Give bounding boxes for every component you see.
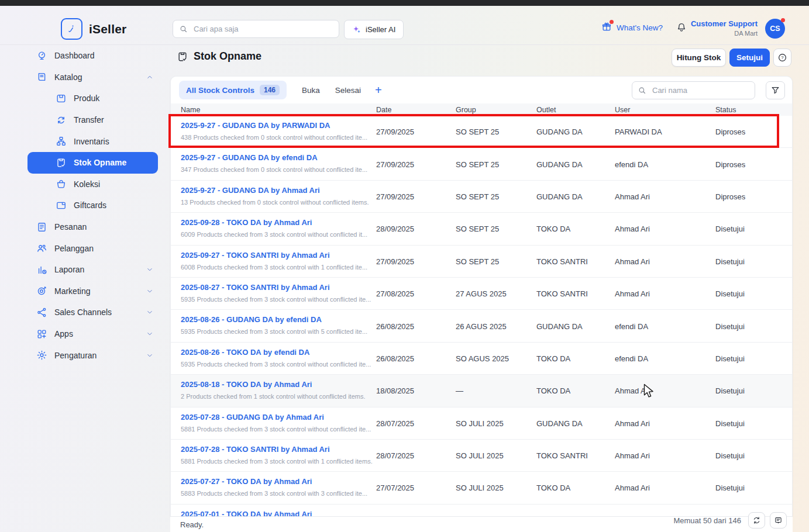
column-header-status[interactable]: Status bbox=[715, 103, 736, 116]
row-subtitle: 5935 Products checked from 3 stock contr… bbox=[181, 296, 371, 303]
list-search[interactable] bbox=[632, 81, 755, 99]
table-row[interactable]: 2025-08-27 - TOKO SANTRI by Ahmad Ari 59… bbox=[171, 278, 792, 310]
sidebar-item-label: Pengaturan bbox=[54, 351, 97, 360]
sidebar-item-pengaturan[interactable]: Pengaturan bbox=[0, 344, 170, 366]
iseller-ai-button[interactable]: iSeller AI bbox=[344, 20, 404, 39]
row-date: 27/09/2025 bbox=[376, 160, 414, 168]
row-date: 28/07/2025 bbox=[376, 419, 414, 427]
account-info[interactable]: Customer Support DA Mart bbox=[691, 19, 758, 37]
tab-buka[interactable]: Buka bbox=[302, 86, 320, 95]
row-name-link[interactable]: 2025-09-27 - TOKO SANTRI by Ahmad Ari bbox=[181, 251, 367, 260]
list-toolbar: All Stock Controls 146 Buka Selesai + bbox=[171, 77, 792, 103]
row-date: 26/08/2025 bbox=[376, 354, 414, 362]
stock-opname-title-icon bbox=[177, 51, 188, 63]
refresh-button[interactable] bbox=[748, 512, 765, 528]
row-user: Ahmad Ari bbox=[615, 224, 650, 233]
row-user: Ahmad Ari bbox=[615, 289, 650, 298]
sidebar-item-stok-opname[interactable]: Stok Opname bbox=[27, 152, 158, 174]
table-row[interactable]: 2025-08-26 - TOKO DA by efendi DA 5935 P… bbox=[171, 343, 792, 375]
refresh-icon bbox=[752, 516, 761, 525]
page-title: Stok Opname bbox=[177, 50, 261, 63]
table-row[interactable]: 2025-08-18 - TOKO DA by Ahmad Ari 2 Prod… bbox=[171, 375, 792, 407]
sidebar-item-laporan[interactable]: Laporan bbox=[0, 259, 170, 281]
sidebar-item-transfer[interactable]: Transfer bbox=[0, 109, 170, 131]
sidebar-item-label: Pelanggan bbox=[54, 244, 94, 253]
row-name-link[interactable]: 2025-07-28 - TOKO SANTRI by Ahmad Ari bbox=[181, 445, 373, 454]
sidebar-item-pesanan[interactable]: Pesanan bbox=[0, 216, 170, 238]
sidebar-item-sales-channels[interactable]: Sales Channels bbox=[0, 302, 170, 323]
column-header-date[interactable]: Date bbox=[376, 103, 391, 116]
row-date: 27/08/2025 bbox=[376, 289, 414, 298]
row-outlet: TOKO DA bbox=[536, 386, 570, 395]
global-search-input[interactable] bbox=[192, 24, 333, 34]
whats-new-link[interactable]: What's New? bbox=[601, 22, 663, 34]
table-row[interactable]: 2025-9-27 - GUDANG DA by efendi DA 347 P… bbox=[171, 148, 792, 180]
sidebar-item-produk[interactable]: Produk bbox=[0, 88, 170, 109]
row-name-link[interactable]: 2025-07-27 - TOKO DA by Ahmad Ari bbox=[181, 477, 367, 486]
giftcard-icon bbox=[56, 200, 67, 211]
table-row[interactable]: 2025-9-27 - GUDANG DA by PARWADI DA 438 … bbox=[171, 116, 792, 148]
column-header-name[interactable]: Name bbox=[181, 103, 200, 116]
row-name-link[interactable]: 2025-08-18 - TOKO DA by Ahmad Ari bbox=[181, 380, 365, 389]
row-status: Diproses bbox=[715, 160, 745, 168]
window-chrome-strip bbox=[0, 0, 809, 6]
row-user: Ahmad Ari bbox=[615, 483, 650, 492]
row-name-link[interactable]: 2025-08-27 - TOKO SANTRI by Ahmad Ari bbox=[181, 283, 371, 292]
row-date: 28/07/2025 bbox=[376, 451, 414, 460]
row-name-link[interactable]: 2025-9-27 - GUDANG DA by Ahmad Ari bbox=[181, 186, 369, 195]
global-search[interactable] bbox=[173, 20, 339, 38]
console-button[interactable] bbox=[770, 512, 787, 528]
app-window: iSeller iSeller AI What's New? Customer … bbox=[0, 0, 809, 532]
sidebar-item-giftcards[interactable]: Giftcards bbox=[0, 195, 170, 216]
row-name-link[interactable]: 2025-07-28 - GUDANG DA by Ahmad Ari bbox=[181, 413, 371, 422]
column-header-user[interactable]: User bbox=[615, 103, 630, 116]
row-user: efendi DA bbox=[615, 322, 648, 330]
table-row[interactable]: 2025-09-27 - TOKO SANTRI by Ahmad Ari 60… bbox=[171, 246, 792, 278]
row-group: 26 AGUS 2025 bbox=[456, 322, 507, 330]
avatar[interactable]: CS bbox=[765, 19, 785, 39]
table-row[interactable]: 2025-08-26 - GUDANG DA by efendi DA 5935… bbox=[171, 310, 792, 342]
tab-selesai[interactable]: Selesai bbox=[335, 86, 361, 95]
table-row[interactable]: 2025-09-28 - TOKO DA by Ahmad Ari 6009 P… bbox=[171, 213, 792, 245]
row-name-link[interactable]: 2025-08-26 - GUDANG DA by efendi DA bbox=[181, 315, 367, 324]
add-tab-button[interactable]: + bbox=[375, 84, 382, 96]
sidebar-item-koleksi[interactable]: Koleksi bbox=[0, 174, 170, 195]
brand[interactable]: iSeller bbox=[61, 18, 126, 40]
column-header-outlet[interactable]: Outlet bbox=[536, 103, 556, 116]
table-row[interactable]: 2025-07-28 - TOKO SANTRI by Ahmad Ari 58… bbox=[171, 440, 792, 472]
row-name-link[interactable]: 2025-08-26 - TOKO DA by efendi DA bbox=[181, 348, 371, 357]
sidebar-item-dashboard[interactable]: Dashboard bbox=[0, 45, 170, 67]
sidebar-item-katalog[interactable]: Katalog bbox=[0, 67, 170, 88]
row-name-link[interactable]: 2025-09-28 - TOKO DA by Ahmad Ari bbox=[181, 218, 367, 227]
sidebar-item-marketing[interactable]: Marketing bbox=[0, 281, 170, 302]
row-group: — bbox=[456, 386, 463, 395]
avatar-notification-dot bbox=[781, 18, 785, 22]
row-status: Disetujui bbox=[715, 386, 745, 395]
column-header-group[interactable]: Group bbox=[456, 103, 476, 116]
row-outlet: GUDANG DA bbox=[536, 322, 583, 330]
row-subtitle: 5881 Products checked from 3 stock contr… bbox=[181, 458, 373, 465]
setujui-button[interactable]: Setujui bbox=[729, 49, 770, 67]
list-search-input[interactable] bbox=[651, 85, 749, 95]
row-status: Disetujui bbox=[715, 483, 745, 492]
collection-icon bbox=[56, 178, 67, 189]
brand-name: iSeller bbox=[89, 22, 126, 36]
row-name-link[interactable]: 2025-9-27 - GUDANG DA by efendi DA bbox=[181, 153, 367, 162]
row-name-link[interactable]: 2025-9-27 - GUDANG DA by PARWADI DA bbox=[181, 121, 367, 130]
table-row[interactable]: 2025-07-28 - GUDANG DA by Ahmad Ari 5881… bbox=[171, 407, 792, 440]
sidebar-item-apps[interactable]: Apps bbox=[0, 323, 170, 345]
sidebar-item-label: Inventaris bbox=[74, 137, 109, 146]
row-outlet: TOKO SANTRI bbox=[536, 451, 588, 460]
filter-button[interactable] bbox=[766, 81, 785, 99]
table-row[interactable]: 2025-9-27 - GUDANG DA by Ahmad Ari 13 Pr… bbox=[171, 181, 792, 213]
hitung-stok-button[interactable]: Hitung Stok bbox=[672, 49, 726, 67]
dashboard-icon bbox=[36, 50, 47, 61]
ai-button-label: iSeller AI bbox=[366, 25, 395, 34]
sidebar-item-pelanggan[interactable]: Pelanggan bbox=[0, 237, 170, 259]
help-button[interactable] bbox=[773, 49, 791, 67]
sidebar-item-label: Katalog bbox=[54, 72, 82, 82]
table-row[interactable]: 2025-07-27 - TOKO DA by Ahmad Ari 5883 P… bbox=[171, 472, 792, 504]
notifications-bell-icon[interactable] bbox=[676, 22, 687, 36]
sidebar-item-inventaris[interactable]: Inventaris bbox=[0, 130, 170, 152]
tab-all-stock-controls[interactable]: All Stock Controls 146 bbox=[179, 81, 287, 99]
